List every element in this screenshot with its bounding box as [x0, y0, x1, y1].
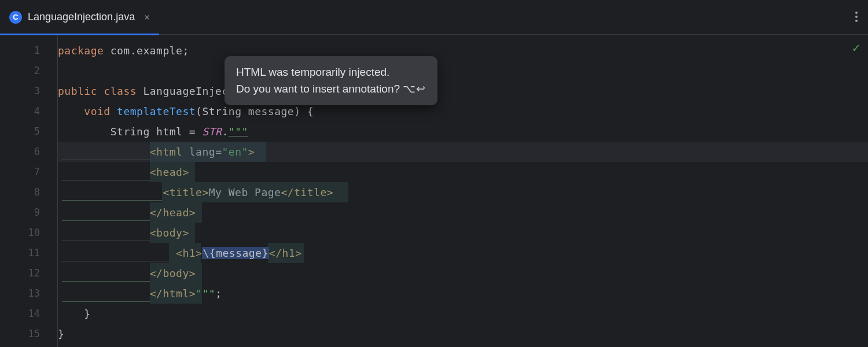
- more-menu-icon[interactable]: [855, 12, 858, 22]
- tooltip-line1: HTML was temporarily injected.: [236, 64, 426, 81]
- java-class-icon: C: [9, 11, 22, 24]
- code-area[interactable]: ✓ package com.example; public class Lang…: [58, 35, 868, 347]
- gutter: 1 2 3 4 5 6 7 8 9 10 11 12 13 14 15: [0, 35, 58, 347]
- line-number: 8: [0, 182, 57, 202]
- editor-tab[interactable]: C LanguageInjection.java ×: [0, 0, 159, 35]
- injection-tooltip[interactable]: HTML was temporarily injected. Do you wa…: [225, 56, 437, 105]
- code-line[interactable]: <body>: [58, 223, 868, 243]
- line-number: 12: [0, 263, 57, 283]
- code-line[interactable]: <head>: [58, 162, 868, 182]
- code-line[interactable]: void templateTest(String message) {: [58, 101, 868, 121]
- line-number: 1: [0, 40, 57, 61]
- code-line[interactable]: </body>: [58, 263, 868, 283]
- code-line[interactable]: public class LanguageInjection {: [58, 81, 868, 101]
- code-line[interactable]: <title>My Web Page</title>: [58, 182, 868, 202]
- code-line[interactable]: [58, 61, 868, 81]
- tooltip-line2: Do you want to insert annotation? ⌥↩: [236, 81, 426, 98]
- line-number: 6: [0, 142, 57, 162]
- tab-filename: LanguageInjection.java: [28, 11, 135, 23]
- line-number: 15: [0, 324, 57, 344]
- code-line[interactable]: </head>: [58, 202, 868, 223]
- close-tab-icon[interactable]: ×: [144, 12, 150, 23]
- code-line[interactable]: String html = STR.""": [58, 121, 868, 142]
- code-line[interactable]: <html lang="en">: [58, 142, 868, 162]
- code-line[interactable]: </html>""";: [58, 283, 868, 304]
- line-number: 14: [0, 304, 57, 324]
- line-number: 9: [0, 202, 57, 223]
- line-number: 3: [0, 81, 57, 101]
- tab-bar: C LanguageInjection.java ×: [0, 0, 868, 35]
- line-number: 11: [0, 243, 57, 263]
- line-number: 4: [0, 101, 57, 121]
- code-line[interactable]: }: [58, 304, 868, 324]
- line-number: 7: [0, 162, 57, 182]
- line-number: 5: [0, 121, 57, 142]
- code-line[interactable]: package com.example;: [58, 40, 868, 61]
- code-line[interactable]: <h1>\{message}</h1>: [58, 243, 868, 263]
- line-number: 10: [0, 223, 57, 243]
- code-line[interactable]: }: [58, 324, 868, 344]
- shortcut-hint: ⌥↩: [403, 83, 426, 95]
- line-number: 13: [0, 283, 57, 304]
- line-number: 2: [0, 61, 57, 81]
